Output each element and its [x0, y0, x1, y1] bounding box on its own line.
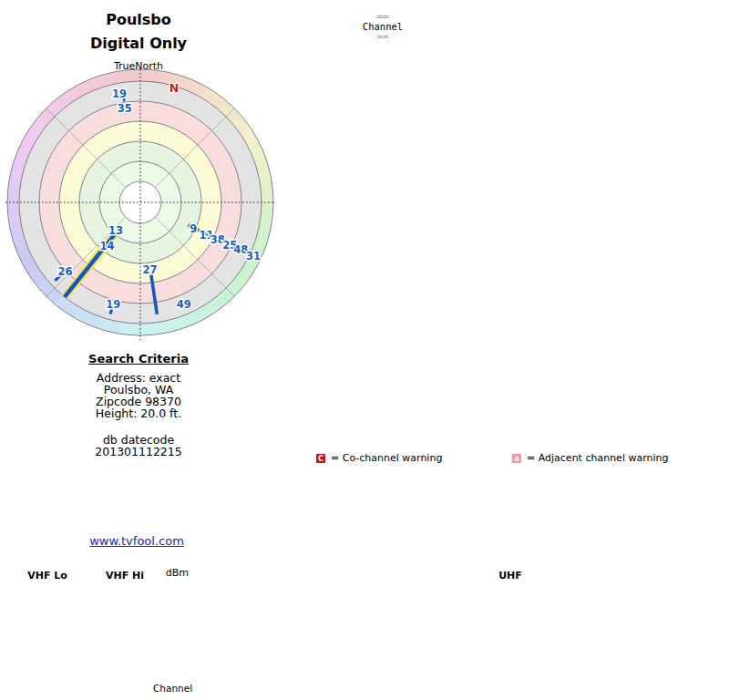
search-criteria-block: Search Criteria Address: exactPoulsbo, W…	[56, 352, 221, 458]
signal-strength-chart: VHF Lo VHF Hi UHF dBm Channel	[0, 567, 729, 700]
adjacent-channel-flag-icon: a	[512, 454, 521, 463]
site-link-container: www.tvfool.com	[55, 534, 219, 548]
radar-channel-label: 19	[106, 298, 120, 311]
db-datecode-value: 201301112215	[56, 446, 221, 458]
row-flags	[272, 12, 294, 22]
search-criteria-heading: Search Criteria	[56, 352, 221, 365]
x-axis-label: Channel	[153, 683, 190, 694]
header-equals: ==	[349, 32, 416, 42]
band-label-vhf-lo: VHF Lo	[23, 571, 72, 582]
adjacent-channel-legend-text: = Adjacent channel warning	[527, 452, 669, 464]
search-criteria-line: Height: 20.0 ft.	[56, 407, 221, 419]
co-channel-flag-icon: C	[316, 454, 325, 463]
radar-channel-label: 14	[99, 240, 114, 252]
station-table: ==Channel==	[272, 12, 729, 22]
band-label-uhf: UHF	[494, 571, 527, 582]
legend-adjacent-channel: a = Adjacent channel warning	[512, 452, 669, 464]
search-criteria-lines: Address: exactPoulsbo, WAZipcode 98370He…	[56, 372, 221, 419]
radar-channel-label: 26	[57, 265, 72, 278]
tvfool-report-page: Poulsbo Digital Only TrueNorth 193513142…	[0, 0, 729, 700]
radar-channel-label: 31	[246, 250, 261, 262]
band-label-vhf-hi: VHF Hi	[101, 571, 149, 582]
report-mode-title: Digital Only	[47, 35, 230, 52]
report-location-title: Poulsbo	[47, 11, 230, 28]
radar-channel-label: 49	[177, 298, 191, 311]
magnetic-north-icon: N	[169, 81, 179, 95]
tvfool-link[interactable]: www.tvfool.com	[89, 534, 184, 548]
radar-channel-label: 35	[118, 102, 132, 115]
radar-channel-label: 13	[108, 224, 123, 237]
header-group-channel: ==Channel==	[349, 12, 416, 22]
legend-co-channel: C = Co-channel warning	[316, 452, 442, 464]
radar-channel-label: 9	[190, 222, 197, 235]
header-spacer	[294, 12, 349, 22]
azimuth-radar-plot: 193513142627194991138254831N	[2, 68, 275, 342]
radar-channel-label: 27	[142, 263, 157, 276]
table-row: ==Channel==	[272, 12, 729, 22]
radar-channel-label: 19	[112, 88, 127, 100]
co-channel-legend-text: = Co-channel warning	[331, 452, 442, 464]
row-cells: ==Channel==	[294, 12, 729, 22]
y-axis-unit-label: dBm	[161, 567, 189, 579]
